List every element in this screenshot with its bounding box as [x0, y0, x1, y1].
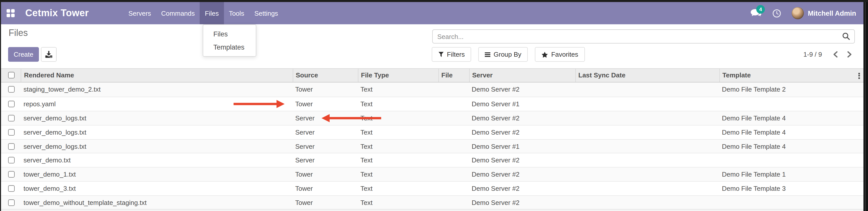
nav-item-tools[interactable]: Tools [224, 2, 249, 24]
cell-last-sync-date [575, 154, 719, 167]
cell-rendered-name: tower_demo_without_template_staging.txt [21, 196, 292, 209]
activities-clock-icon[interactable] [772, 9, 781, 18]
column-header-last-sync-date[interactable]: Last Sync Date [575, 68, 719, 82]
cell-source: Server [292, 125, 358, 139]
files-list-table: Rendered NameSourceFile TypeFileServerLa… [0, 68, 863, 209]
cell-template: Demo File Template 2 [719, 83, 863, 97]
window-left-border [0, 0, 1, 211]
optional-columns-toggle-icon[interactable] [858, 72, 860, 79]
brand-title[interactable]: Cetmix Tower [25, 2, 89, 24]
cell-file-type: Text [358, 196, 438, 209]
row-checkbox[interactable] [8, 157, 15, 164]
cell-source: Tower [292, 168, 358, 181]
scrollbar-strip[interactable] [863, 0, 868, 211]
table-bottom-strip [0, 209, 863, 211]
top-navbar: Cetmix Tower ServersCommandsFilesToolsSe… [0, 2, 863, 24]
column-header-rendered-name[interactable]: Rendered Name [21, 68, 292, 82]
search-input[interactable] [433, 33, 842, 40]
search-icon[interactable] [842, 32, 850, 40]
nav-item-servers[interactable]: Servers [123, 2, 156, 24]
cell-rendered-name: staging_tower_demo_2.txt [21, 83, 292, 97]
download-icon [44, 50, 53, 59]
cell-file-type: Text [358, 97, 438, 111]
nav-item-settings[interactable]: Settings [249, 2, 283, 24]
table-row[interactable]: server_demo_logs.txtServerTextDemo Serve… [0, 139, 863, 153]
cell-last-sync-date [575, 125, 719, 139]
pager-value[interactable]: 1-9 / 9 [803, 51, 822, 58]
row-checkbox[interactable] [8, 115, 15, 121]
filter-funnel-icon [438, 52, 444, 57]
row-checkbox[interactable] [8, 185, 15, 192]
create-button[interactable]: Create [8, 47, 39, 62]
row-checkbox[interactable] [8, 129, 15, 135]
user-avatar[interactable] [792, 7, 804, 19]
row-checkbox[interactable] [8, 143, 15, 150]
search-bar [432, 29, 855, 43]
favorites-label: Favorites [551, 51, 578, 58]
message-count-badge: 4 [756, 5, 765, 14]
nav-item-commands[interactable]: Commands [156, 2, 200, 24]
table-row[interactable]: server_demo.txtServerTextDemo Server #2 [0, 153, 863, 167]
files-menu-item-files[interactable]: Files [203, 27, 256, 40]
files-menu-item-templates[interactable]: Templates [203, 40, 256, 54]
pager-previous-icon[interactable] [830, 49, 840, 59]
column-header-server[interactable]: Server [469, 68, 575, 82]
cell-file [438, 97, 469, 111]
cell-source: Server [292, 140, 358, 153]
table-row[interactable]: staging_tower_demo_2.txtTowerTextDemo Se… [0, 83, 863, 97]
checkbox-cell [0, 83, 21, 97]
row-checkbox[interactable] [8, 199, 15, 206]
pager-next-icon[interactable] [844, 49, 854, 59]
column-header-template[interactable]: Template [719, 68, 863, 82]
checkbox-cell [0, 97, 21, 111]
table-row[interactable]: tower_demo_1.txtTowerTextDemo Server #2D… [0, 167, 863, 181]
user-menu[interactable]: Mitchell Admin [808, 2, 856, 24]
cell-last-sync-date [575, 140, 719, 153]
column-header-file-type[interactable]: File Type [358, 68, 438, 82]
pager: 1-9 / 9 [758, 47, 854, 62]
favorites-button[interactable]: Favorites [535, 47, 585, 62]
column-header-source[interactable]: Source [292, 68, 358, 82]
checkbox-cell [0, 154, 21, 167]
cell-last-sync-date [575, 196, 719, 209]
cell-template: Demo File Template 1 [719, 168, 863, 181]
cell-source: Tower [292, 196, 358, 209]
cell-source: Tower [292, 97, 358, 111]
files-dropdown-menu: FilesTemplates [203, 24, 256, 57]
table-row[interactable]: server_demo_logs.txtServerTextDemo Serve… [0, 111, 863, 125]
window-top-border [0, 0, 868, 2]
table-row[interactable]: tower_demo_3.txtTowerTextDemo Server #2D… [0, 181, 863, 195]
cell-rendered-name: server_demo_logs.txt [21, 125, 292, 139]
select-all-checkbox[interactable] [8, 72, 15, 79]
export-button[interactable] [41, 47, 57, 62]
cell-file-type: Text [358, 154, 438, 167]
checkbox-cell [0, 182, 21, 195]
checkbox-cell [0, 125, 21, 139]
row-checkbox[interactable] [8, 171, 15, 178]
cell-file-type: Text [358, 182, 438, 195]
row-checkbox[interactable] [8, 86, 15, 93]
cell-file-type: Text [358, 111, 438, 125]
cell-template: Demo File Template 4 [719, 125, 863, 139]
table-row[interactable]: tower_demo_without_template_staging.txtT… [0, 195, 863, 209]
cell-source: Tower [292, 83, 358, 97]
table-row[interactable]: server_demo_logs.txtServerTextDemo Serve… [0, 125, 863, 139]
table-header-row: Rendered NameSourceFile TypeFileServerLa… [0, 68, 863, 83]
cell-file [438, 168, 469, 181]
nav-item-files[interactable]: Files [200, 2, 224, 24]
checkbox-cell [0, 168, 21, 181]
cell-file [438, 196, 469, 209]
cell-rendered-name: server_demo.txt [21, 154, 292, 167]
group-by-icon [485, 52, 491, 57]
column-header-file[interactable]: File [438, 68, 469, 82]
cell-server: Demo Server #1 [469, 140, 575, 153]
checkbox-cell [0, 140, 21, 153]
checkbox-cell [0, 196, 21, 209]
apps-grid-icon[interactable] [6, 9, 15, 18]
table-row[interactable]: repos.yamlTowerTextDemo Server #1 [0, 97, 863, 111]
row-checkbox[interactable] [8, 101, 15, 107]
filters-button[interactable]: Filters [432, 47, 471, 62]
cell-server: Demo Server #2 [469, 83, 575, 97]
group-by-button[interactable]: Group By [478, 47, 528, 62]
app-window: Cetmix Tower ServersCommandsFilesToolsSe… [0, 0, 868, 211]
